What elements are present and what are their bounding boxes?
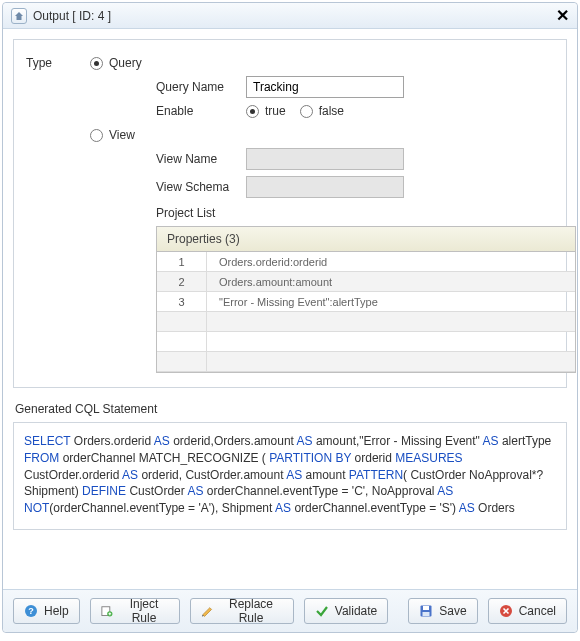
type-radio-view[interactable]: View — [90, 128, 135, 142]
properties-table: Properties (3) 1Orders.orderid:orderid2O… — [156, 226, 576, 373]
radio-label: Query — [109, 56, 142, 70]
svg-rect-6 — [423, 612, 430, 616]
table-row[interactable] — [157, 332, 575, 352]
cancel-icon — [499, 604, 513, 618]
cql-statement: SELECT Orders.orderid AS orderid,Orders.… — [13, 422, 567, 530]
properties-header: Properties (3) — [157, 227, 575, 252]
row-number: 1 — [157, 252, 207, 271]
button-label: Save — [439, 604, 466, 618]
table-row[interactable] — [157, 312, 575, 332]
button-label: Help — [44, 604, 69, 618]
table-row[interactable] — [157, 352, 575, 372]
svg-rect-5 — [423, 606, 429, 610]
inject-rule-button[interactable]: Inject Rule — [90, 598, 180, 624]
replace-icon — [201, 604, 213, 618]
button-label: Inject Rule — [119, 597, 169, 625]
button-label: Cancel — [519, 604, 556, 618]
inject-icon — [101, 604, 113, 618]
view-name-input — [246, 148, 404, 170]
view-schema-label: View Schema — [156, 180, 246, 194]
row-value: Orders.amount:amount — [207, 276, 332, 288]
view-schema-input — [246, 176, 404, 198]
radio-label: false — [319, 104, 344, 118]
radio-label: View — [109, 128, 135, 142]
enable-radio-true[interactable]: true — [246, 104, 286, 118]
row-number — [157, 352, 207, 371]
query-name-label: Query Name — [156, 80, 246, 94]
validate-button[interactable]: Validate — [304, 598, 388, 624]
validate-icon — [315, 604, 329, 618]
button-label: Validate — [335, 604, 377, 618]
radio-label: true — [265, 104, 286, 118]
type-label: Type — [26, 56, 66, 70]
table-row[interactable]: 1Orders.orderid:orderid — [157, 252, 575, 272]
output-panel: Output [ ID: 4 ] ✕ Type Query Query Name… — [2, 2, 578, 633]
type-radio-query[interactable]: Query — [90, 56, 142, 70]
svg-text:?: ? — [28, 606, 34, 616]
enable-label: Enable — [156, 104, 246, 118]
table-row[interactable]: 2Orders.amount:amount — [157, 272, 575, 292]
row-value: "Error - Missing Event":alertType — [207, 296, 378, 308]
row-number: 3 — [157, 292, 207, 311]
query-name-input[interactable] — [246, 76, 404, 98]
row-value: Orders.orderid:orderid — [207, 256, 327, 268]
cancel-button[interactable]: Cancel — [488, 598, 567, 624]
home-icon[interactable] — [11, 8, 27, 24]
close-icon[interactable]: ✕ — [556, 6, 569, 25]
row-number — [157, 312, 207, 331]
save-icon — [419, 604, 433, 618]
titlebar: Output [ ID: 4 ] ✕ — [3, 3, 577, 29]
view-name-label: View Name — [156, 152, 246, 166]
cql-label: Generated CQL Statement — [15, 402, 567, 416]
button-label: Replace Rule — [219, 597, 283, 625]
replace-rule-button[interactable]: Replace Rule — [190, 598, 294, 624]
row-number: 2 — [157, 272, 207, 291]
table-row[interactable]: 3"Error - Missing Event":alertType — [157, 292, 575, 312]
footer: ? Help Inject Rule Replace Rule Validate… — [3, 589, 577, 632]
save-button[interactable]: Save — [408, 598, 477, 624]
form-box: Type Query Query Name Enable true false — [13, 39, 567, 388]
help-icon: ? — [24, 604, 38, 618]
panel-title: Output [ ID: 4 ] — [33, 9, 111, 23]
project-list-label: Project List — [156, 206, 554, 220]
help-button[interactable]: ? Help — [13, 598, 80, 624]
enable-radio-false[interactable]: false — [300, 104, 344, 118]
row-number — [157, 332, 207, 351]
